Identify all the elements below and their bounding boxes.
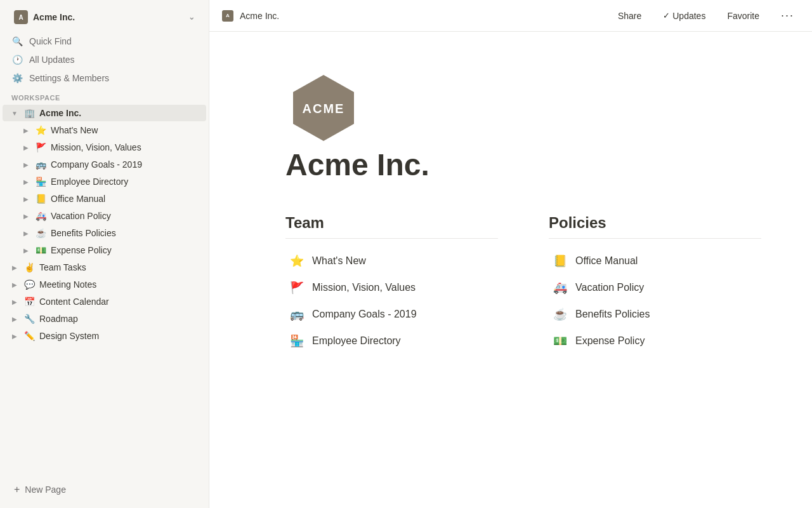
expand-arrow-icon: ▶ — [10, 333, 19, 340]
expand-arrow-icon: ▶ — [22, 127, 30, 134]
sidebar-item-acme-root[interactable]: ▼ 🏢 Acme Inc. — [3, 105, 206, 121]
new-page-button[interactable]: + New Page — [8, 480, 201, 499]
plus-icon: + — [14, 484, 20, 495]
clock-icon: 🕐 — [11, 55, 23, 65]
mission-label: Mission, Vision, Values — [51, 142, 141, 152]
money-icon: 💵 — [553, 334, 568, 348]
check-icon: ✓ — [663, 11, 670, 20]
sidebar-item-employee-directory[interactable]: ▶ 🏪 Employee Directory — [3, 173, 206, 190]
page-logo: ACME — [285, 70, 761, 149]
expand-arrow-icon: ▶ — [22, 178, 30, 185]
sidebar-item-vacation-policy[interactable]: ▶ 🚑 Vacation Policy — [3, 208, 206, 224]
sidebar-item-whats-new[interactable]: ▶ ⭐ What's New — [3, 122, 206, 138]
workspace-name-label: Acme Inc. — [33, 12, 75, 22]
list-item[interactable]: 💵 Expense Policy — [549, 329, 761, 353]
search-icon: 🔍 — [11, 36, 23, 46]
coffee-emoji: ☕ — [34, 228, 47, 238]
expand-arrow-icon: ▶ — [22, 247, 30, 254]
policies-list: 📒 Office Manual 🚑 Vacation Policy ☕ Bene… — [549, 249, 761, 353]
team-heading: Team — [285, 214, 498, 239]
list-item[interactable]: 🚑 Vacation Policy — [549, 276, 761, 300]
expand-arrow-icon: ▶ — [22, 161, 30, 168]
workspace-title[interactable]: A Acme Inc. ⌄ — [8, 6, 201, 28]
sidebar-item-company-goals[interactable]: ▶ 🚌 Company Goals - 2019 — [3, 156, 206, 173]
list-item[interactable]: 🚩 Mission, Vision, Values — [285, 276, 498, 300]
list-item-label: Benefits Policies — [575, 309, 650, 320]
list-item[interactable]: ☕ Benefits Policies — [549, 302, 761, 326]
vacation-policy-label: Vacation Policy — [51, 211, 111, 221]
updates-button[interactable]: ✓ Updates — [658, 8, 710, 23]
page-title: Acme Inc. — [285, 149, 761, 182]
design-system-label: Design System — [39, 331, 99, 341]
list-item-label: Expense Policy — [575, 335, 645, 347]
expand-arrow-icon: ▶ — [10, 264, 19, 271]
meeting-notes-label: Meeting Notes — [39, 279, 96, 290]
topbar-workspace-icon: A — [222, 10, 233, 22]
coffee-icon: ☕ — [553, 307, 568, 321]
list-item-label: Employee Directory — [312, 335, 401, 347]
expand-arrow-icon: ▶ — [10, 316, 19, 323]
sidebar-item-meeting-notes[interactable]: ▶ 💬 Meeting Notes — [3, 276, 206, 293]
expand-arrow-icon: ▶ — [22, 213, 30, 220]
roadmap-label: Roadmap — [39, 314, 78, 324]
list-item[interactable]: 🚌 Company Goals - 2019 — [285, 302, 498, 326]
sidebar-item-mission[interactable]: ▶ 🚩 Mission, Vision, Values — [3, 139, 206, 156]
office-manual-label: Office Manual — [51, 194, 105, 204]
team-tasks-label: Team Tasks — [39, 262, 86, 272]
acme-emoji: 🏢 — [23, 108, 36, 118]
flag-emoji: 🚩 — [34, 142, 47, 152]
sidebar-item-design-system[interactable]: ▶ ✏️ Design System — [3, 328, 206, 344]
page-body: ACME Acme Inc. Team ⭐ What's New 🚩 Missi… — [209, 32, 812, 391]
sidebar-item-roadmap[interactable]: ▶ 🔧 Roadmap — [3, 311, 206, 327]
chevron-down-icon: ▼ — [10, 110, 19, 117]
notebook-icon: 📒 — [553, 254, 568, 268]
sidebar-item-benefits-policies[interactable]: ▶ ☕ Benefits Policies — [3, 225, 206, 241]
peace-emoji: ✌️ — [23, 262, 36, 272]
list-item[interactable]: 📒 Office Manual — [549, 249, 761, 273]
sidebar-item-quick-find[interactable]: 🔍 Quick Find — [4, 32, 205, 50]
speech-bubble-emoji: 💬 — [23, 279, 36, 290]
workspace-section-label: WORKSPACE — [0, 88, 209, 104]
policies-column: Policies 📒 Office Manual 🚑 Vacation Poli… — [549, 214, 761, 353]
new-page-label: New Page — [25, 485, 66, 495]
topbar-actions: Share ✓ Updates Favorite ··· — [613, 6, 799, 25]
workspace-chevron-icon: ⌄ — [188, 13, 195, 22]
main-content: A Acme Inc. Share ✓ Updates Favorite ··· — [209, 0, 812, 508]
team-list: ⭐ What's New 🚩 Mission, Vision, Values 🚌… — [285, 249, 498, 353]
sidebar-item-office-manual[interactable]: ▶ 📒 Office Manual — [3, 190, 206, 207]
favorite-button[interactable]: Favorite — [722, 8, 764, 23]
sidebar-header: A Acme Inc. ⌄ — [0, 0, 209, 32]
sidebar-item-team-tasks[interactable]: ▶ ✌️ Team Tasks — [3, 259, 206, 276]
wrench-emoji: 🔧 — [23, 314, 36, 324]
benefits-policies-label: Benefits Policies — [51, 228, 116, 238]
list-item-label: Company Goals - 2019 — [312, 309, 417, 320]
calendar-emoji: 📅 — [23, 297, 36, 307]
list-item-label: Mission, Vision, Values — [312, 282, 416, 293]
quick-find-label: Quick Find — [29, 36, 72, 46]
list-item[interactable]: 🏪 Employee Directory — [285, 329, 498, 353]
acme-root-label: Acme Inc. — [39, 108, 81, 118]
sidebar-item-all-updates[interactable]: 🕐 All Updates — [4, 51, 205, 69]
two-col-section: Team ⭐ What's New 🚩 Mission, Vision, Val… — [285, 214, 761, 353]
list-item[interactable]: ⭐ What's New — [285, 249, 498, 273]
notebook-emoji: 📒 — [34, 194, 47, 204]
list-item-label: Vacation Policy — [575, 282, 644, 293]
sidebar-item-expense-policy[interactable]: ▶ 💵 Expense Policy — [3, 242, 206, 258]
share-button[interactable]: Share — [613, 8, 646, 23]
sidebar-item-content-calendar[interactable]: ▶ 📅 Content Calendar — [3, 293, 206, 310]
ellipsis-icon: ··· — [781, 9, 794, 22]
more-button[interactable]: ··· — [776, 6, 799, 25]
expand-arrow-icon: ▶ — [22, 144, 30, 151]
company-goals-label: Company Goals - 2019 — [51, 159, 142, 170]
expand-arrow-icon: ▶ — [10, 298, 19, 305]
sidebar-item-settings[interactable]: ⚙️ Settings & Members — [4, 69, 205, 87]
star-emoji: ⭐ — [34, 125, 47, 135]
all-updates-label: All Updates — [29, 55, 75, 65]
star-icon: ⭐ — [289, 254, 304, 268]
svg-text:ACME: ACME — [303, 102, 345, 116]
money-emoji: 💵 — [34, 245, 47, 255]
expand-arrow-icon: ▶ — [22, 196, 30, 203]
list-item-label: What's New — [312, 255, 366, 267]
expand-arrow-icon: ▶ — [10, 281, 19, 288]
content-calendar-label: Content Calendar — [39, 297, 109, 307]
